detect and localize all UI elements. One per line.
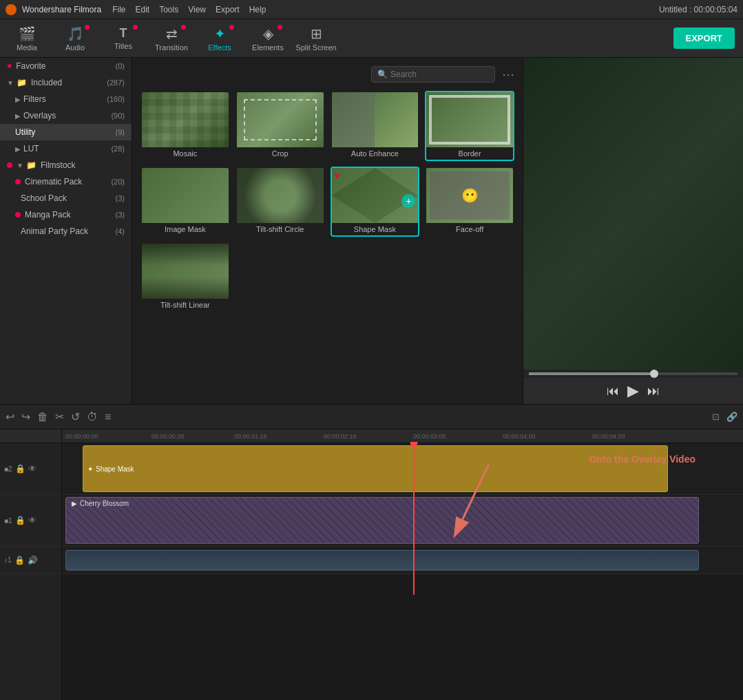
undo-btn[interactable]: ↩ — [6, 410, 14, 423]
play-btn[interactable]: ▶ — [627, 382, 639, 400]
heart-icon: ♥ — [7, 61, 12, 71]
shape-mask-add-btn[interactable]: + — [401, 194, 415, 208]
prev-frame-btn[interactable]: ⏮ — [607, 384, 619, 399]
sidebar-item-overlays[interactable]: ▶ Overlays (90) — [0, 107, 132, 124]
lock-icon-v[interactable]: 🔒 — [15, 516, 25, 525]
sidebar-item-school[interactable]: School Pack (3) — [0, 190, 132, 206]
menu-file[interactable]: File — [112, 5, 125, 14]
lock-icon-a[interactable]: 🔒 — [14, 555, 25, 565]
sidebar-item-utility[interactable]: Utility (9) — [0, 124, 132, 140]
sidebar-item-included[interactable]: ▼ 📁 Included (287) — [0, 74, 132, 91]
sidebar-item-filmstock[interactable]: ▼ 📁 Filmstock — [0, 157, 132, 173]
effect-crop-label: Crop — [237, 147, 324, 160]
snap-btn[interactable]: ⊡ — [712, 412, 720, 422]
effect-tiltshift-linear[interactable]: Tilt-shift Linear — [140, 242, 230, 312]
toolbar-media[interactable]: 🎬 Media — [3, 21, 51, 56]
sidebar-manga-label: Manga Pack — [25, 210, 116, 220]
sidebar-item-filters[interactable]: ▶ Filters (160) — [0, 91, 132, 107]
timeline-tracks[interactable]: 00:00:00:00 00:00:00:20 00:00:01:15 00:0… — [62, 429, 743, 700]
sidebar-item-lut[interactable]: ▶ LUT (28) — [0, 140, 132, 157]
preview-canvas — [523, 58, 743, 370]
toolbar-titles[interactable]: T Titles — [99, 21, 147, 56]
playhead[interactable] — [413, 443, 415, 595]
titles-dot — [133, 25, 138, 30]
annotation-text: Onto the Overlay Video — [589, 454, 695, 465]
menu-bar: Wondershare Filmora File Edit Tools View… — [0, 0, 743, 19]
toolbar-effects-label: Effects — [208, 43, 231, 52]
redo-btn[interactable]: ↪ — [21, 410, 30, 423]
track-label-audio: ♪1 🔒 🔊 — [0, 547, 61, 574]
elements-dot — [278, 25, 282, 30]
effect-image-mask-label: Image Mask — [142, 223, 229, 235]
ruler-mark-1: 00:00:00:20 — [151, 433, 185, 440]
effects-icon: ✦ — [214, 25, 226, 42]
eye-icon-v[interactable]: 👁 — [28, 516, 36, 525]
audio-dot — [85, 25, 90, 30]
effect-image-mask[interactable]: Image Mask — [140, 167, 230, 237]
audio-icon: 🎵 — [67, 25, 84, 42]
grid-options-icon[interactable]: ⋯ — [502, 67, 514, 82]
folder-filmstock-icon: 📁 — [26, 160, 36, 170]
rotate-btn[interactable]: ↺ — [71, 410, 80, 423]
sidebar-overlays-label: Overlays — [23, 111, 111, 120]
menu-view[interactable]: View — [188, 5, 206, 14]
toolbar-audio[interactable]: 🎵 Audio — [51, 21, 99, 56]
toolbar-splitscreen[interactable]: ⊞ Split Screen — [292, 21, 340, 56]
sidebar-filmstock-label: Filmstock — [41, 160, 125, 170]
effect-tiltshift-linear-label: Tilt-shift Linear — [142, 299, 229, 311]
mute-icon[interactable]: 🔊 — [28, 555, 38, 565]
preview-scrubber[interactable] — [529, 372, 737, 375]
menu-tools[interactable]: Tools — [159, 5, 178, 14]
track-row-audio — [62, 547, 743, 574]
clip-shape-mask[interactable]: ✦ Shape Mask — [83, 445, 668, 492]
effect-face-off-label: Face-off — [426, 223, 513, 235]
toolbar-elements[interactable]: ◈ Elements — [244, 21, 292, 56]
menu-export[interactable]: Export — [216, 5, 240, 14]
delete-btn[interactable]: 🗑 — [37, 411, 48, 423]
filmstock-dot — [7, 162, 12, 168]
effect-auto-enhance-label: Auto Enhance — [332, 147, 419, 160]
toolbar-transition-label: Transition — [155, 43, 188, 52]
toolbar: 🎬 Media 🎵 Audio T Titles ⇄ Transition ✦ … — [0, 19, 743, 58]
lock-icon[interactable]: 🔒 — [15, 464, 25, 474]
effect-crop[interactable]: Crop — [236, 91, 325, 161]
export-button[interactable]: EXPORT — [673, 28, 735, 49]
effect-face-off[interactable]: 😶 Face-off — [425, 167, 514, 237]
clip-audio[interactable] — [65, 550, 699, 571]
speed-btn[interactable]: ⏱ — [87, 411, 98, 423]
adjust-btn[interactable]: ≡ — [105, 411, 111, 423]
effect-auto-enhance[interactable]: Auto Enhance — [331, 91, 420, 161]
cut-btn[interactable]: ✂ — [55, 410, 64, 423]
sidebar-animal-label: Animal Party Pack — [21, 226, 116, 236]
search-icon: 🔍 — [377, 70, 388, 79]
sidebar-item-cinematic[interactable]: Cinematic Pack (20) — [0, 173, 132, 190]
sidebar-animal-count: (4) — [116, 227, 125, 235]
sidebar-overlays-count: (90) — [111, 112, 125, 120]
sidebar-item-favorite[interactable]: ♥ Favorite (0) — [0, 58, 132, 74]
effects-panel: 🔍 ⋯ Mosaic Crop — [132, 58, 523, 404]
media-icon: 🎬 — [19, 25, 36, 42]
effect-mosaic[interactable]: Mosaic — [140, 91, 230, 161]
sidebar-school-count: (3) — [116, 194, 125, 202]
folder-included-icon: 📁 — [17, 78, 27, 87]
toolbar-transition[interactable]: ⇄ Transition — [147, 21, 196, 56]
effect-shape-mask[interactable]: ♥ + Shape Mask — [331, 167, 420, 237]
sidebar-item-animal[interactable]: Animal Party Pack (4) — [0, 223, 132, 240]
preview-controls: ⏮ ▶ ⏭ — [523, 378, 743, 404]
effect-tiltshift-circle[interactable]: Tilt-shift Circle — [236, 167, 325, 237]
sidebar-item-manga[interactable]: Manga Pack (3) — [0, 206, 132, 223]
next-frame-btn[interactable]: ⏭ — [647, 384, 660, 399]
menu-edit[interactable]: Edit — [136, 5, 150, 14]
toolbar-effects[interactable]: ✦ Effects — [196, 21, 244, 56]
link-btn[interactable]: 🔗 — [726, 412, 737, 422]
scrubber-thumb[interactable] — [650, 370, 658, 378]
search-box[interactable]: 🔍 — [371, 66, 495, 83]
track-label-video: ■1 🔒 👁 — [0, 495, 61, 547]
eye-icon[interactable]: 👁 — [28, 464, 36, 474]
menu-help[interactable]: Help — [249, 5, 266, 14]
clip-cherry-blossom[interactable]: ▶Cherry Blossom — [65, 497, 699, 544]
effect-border[interactable]: Border — [425, 91, 514, 161]
manga-dot — [15, 212, 21, 218]
search-input[interactable] — [390, 70, 473, 79]
sidebar-lut-label: LUT — [23, 144, 111, 153]
